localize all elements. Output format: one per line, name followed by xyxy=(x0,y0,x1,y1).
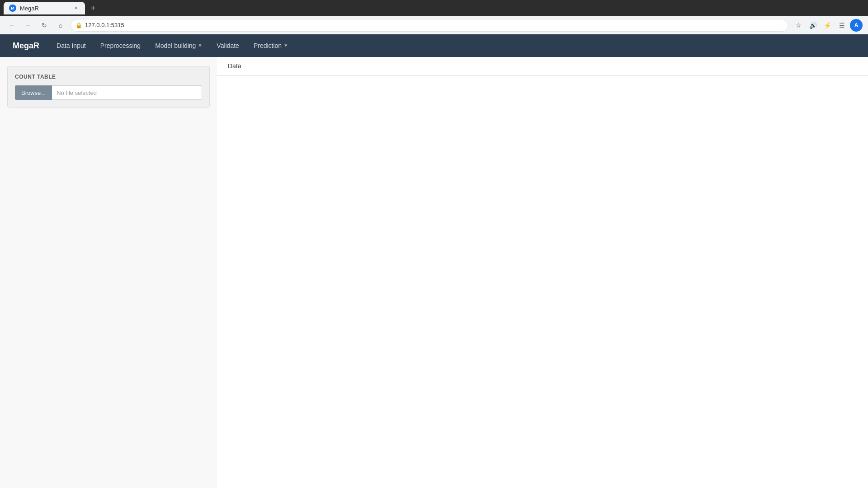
tab-title: MegaR xyxy=(20,5,69,12)
nav-item-validate[interactable]: Validate xyxy=(210,34,245,57)
app-navbar: MegaR Data Input Preprocessing Model bui… xyxy=(0,34,868,57)
bookmark-button[interactable]: ☆ xyxy=(792,19,805,32)
address-bar-lock-icon: 🔒 xyxy=(75,22,82,28)
right-panel: Data xyxy=(217,57,868,488)
panel-title: COUNT TABLE xyxy=(15,74,202,80)
tab-close-button[interactable]: × xyxy=(72,5,80,12)
browser-toolbar: ← → ↻ ⌂ 🔒 ☆ 🔊 ⚡ ☰ A xyxy=(0,16,868,34)
tab-data[interactable]: Data xyxy=(221,57,249,76)
prediction-dropdown-arrow: ▼ xyxy=(283,43,288,48)
browser-chrome: M MegaR × + ← → ↻ ⌂ 🔒 ☆ 🔊 ⚡ ☰ A xyxy=(0,0,868,34)
nav-item-preprocessing[interactable]: Preprocessing xyxy=(94,34,147,57)
menu-button[interactable]: ☰ xyxy=(835,19,848,32)
app-brand[interactable]: MegaR xyxy=(7,41,45,51)
left-panel: COUNT TABLE Browse... No file selected xyxy=(0,57,217,488)
reload-button[interactable]: ↻ xyxy=(38,19,51,32)
back-button[interactable]: ← xyxy=(5,19,18,32)
home-button[interactable]: ⌂ xyxy=(54,19,67,32)
file-input-display: No file selected xyxy=(52,85,202,100)
user-avatar[interactable]: A xyxy=(850,19,863,32)
browser-titlebar: M MegaR × + xyxy=(0,0,868,16)
extensions-button[interactable]: ⚡ xyxy=(821,19,834,32)
count-table-panel: COUNT TABLE Browse... No file selected xyxy=(7,66,210,108)
toolbar-icons: ☆ 🔊 ⚡ ☰ A xyxy=(792,19,863,32)
address-bar-input[interactable] xyxy=(85,22,783,28)
model-building-dropdown-arrow: ▼ xyxy=(198,43,202,48)
forward-button[interactable]: → xyxy=(22,19,34,32)
file-input-row: Browse... No file selected xyxy=(15,85,202,100)
address-bar-container: 🔒 xyxy=(71,19,788,32)
app-content: COUNT TABLE Browse... No file selected D… xyxy=(0,57,868,488)
nav-item-prediction[interactable]: Prediction ▼ xyxy=(247,34,294,57)
new-tab-button[interactable]: + xyxy=(87,2,99,14)
tab-favicon: M xyxy=(9,5,16,12)
browse-button[interactable]: Browse... xyxy=(15,85,52,100)
volume-button[interactable]: 🔊 xyxy=(807,19,819,32)
tabs-header: Data xyxy=(217,57,868,76)
nav-item-model-building[interactable]: Model building ▼ xyxy=(149,34,208,57)
nav-item-data-input[interactable]: Data Input xyxy=(50,34,92,57)
tab-content xyxy=(217,76,868,90)
browser-tab[interactable]: M MegaR × xyxy=(4,2,85,14)
